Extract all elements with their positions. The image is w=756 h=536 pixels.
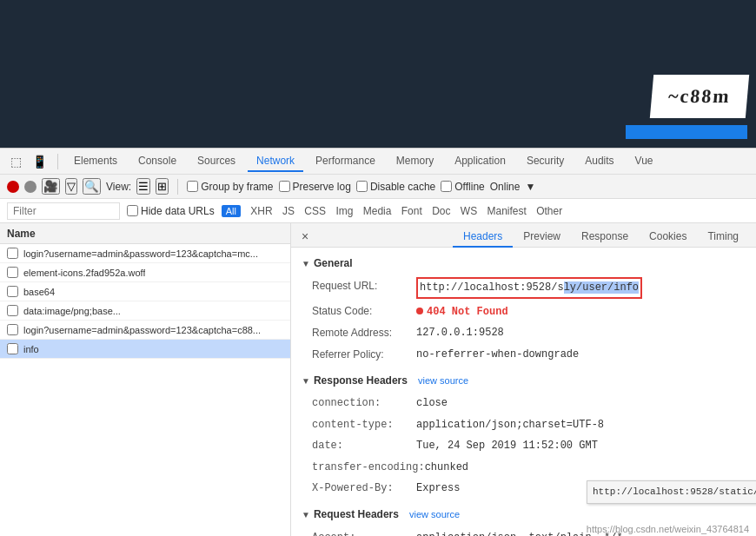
list-item[interactable]: data:image/png;base...	[0, 301, 290, 321]
filter-media[interactable]: Media	[363, 205, 392, 217]
filter-js[interactable]: JS	[282, 205, 295, 217]
filter-input[interactable]	[7, 202, 120, 220]
tab-memory[interactable]: Memory	[388, 151, 442, 172]
disable-cache-label: Disable cache	[370, 181, 435, 193]
status-dot	[416, 308, 423, 314]
request-headers-section-header[interactable]: ▼ Request Headers view source	[302, 506, 746, 523]
clear-button[interactable]	[24, 181, 36, 193]
disable-cache-checkbox[interactable]: Disable cache	[356, 181, 435, 193]
preserve-log-label: Preserve log	[293, 181, 351, 193]
search-icon[interactable]: 🔍	[83, 178, 101, 195]
response-date-row: date: Tue, 24 Sep 2019 11:52:00 GMT	[302, 435, 746, 456]
offline-label: Offline	[454, 181, 484, 193]
request-accept-row: Accept: application/json, text/plain, */…	[302, 527, 746, 536]
item-checkbox-2[interactable]	[7, 286, 18, 297]
close-details-button[interactable]: ×	[298, 229, 312, 243]
record-button[interactable]	[7, 181, 19, 193]
request-view-source[interactable]: view source	[409, 506, 460, 523]
tab-elements[interactable]: Elements	[65, 151, 126, 172]
tab-security[interactable]: Security	[518, 151, 573, 172]
network-list-header: Name	[0, 223, 290, 244]
online-label: Online	[490, 181, 521, 193]
tab-audits[interactable]: Audits	[576, 151, 622, 172]
item-checkbox-5[interactable]	[7, 343, 18, 354]
triangle-icon: ▼	[302, 256, 310, 271]
preserve-log-checkbox[interactable]: Preserve log	[279, 181, 351, 193]
url-tooltip: http://localhost:9528/static/fonts/eleme…	[587, 480, 756, 504]
list-view-icon[interactable]: ☰	[136, 178, 150, 195]
response-headers-section-header[interactable]: ▼ Response Headers view source	[302, 372, 746, 389]
filter-css[interactable]: CSS	[304, 205, 326, 217]
list-item-selected[interactable]: info	[0, 340, 290, 359]
group-frame-checkbox[interactable]: Group by frame	[187, 181, 273, 193]
throttle-icon[interactable]: ▼	[525, 181, 535, 193]
general-section-header[interactable]: ▼ General	[302, 255, 746, 272]
status-code-label: Status Code:	[312, 302, 416, 320]
network-list: Name login?username=admin&password=123&c…	[0, 223, 291, 536]
item-checkbox-4[interactable]	[7, 324, 18, 335]
list-item[interactable]: base64	[0, 282, 290, 301]
network-list-items: login?username=admin&password=123&captch…	[0, 244, 290, 536]
hide-data-urls-label: Hide data URLs	[141, 205, 215, 217]
preserve-log-input[interactable]	[279, 181, 290, 192]
item-text-4: login?username=admin&password=123&captch…	[23, 325, 261, 335]
disable-cache-input[interactable]	[356, 181, 368, 192]
tab-response[interactable]: Response	[571, 227, 639, 248]
submit-button[interactable]	[626, 125, 747, 139]
connection-label: connection:	[312, 394, 416, 412]
tab-vue[interactable]: Vue	[627, 151, 662, 172]
tab-sources[interactable]: Sources	[189, 151, 244, 172]
device-icon[interactable]: 📱	[29, 153, 50, 170]
inspect-icon[interactable]: ⬚	[7, 153, 25, 170]
details-tabbar: × Headers Preview Response Cookies Timin…	[291, 223, 756, 248]
response-view-source[interactable]: view source	[418, 373, 468, 389]
remote-address-value: 127.0.0.1:9528	[416, 324, 504, 341]
offline-input[interactable]	[441, 181, 452, 192]
filter-img[interactable]: Img	[335, 205, 353, 217]
status-code-row: Status Code: 404 Not Found	[302, 301, 746, 322]
tab-preview[interactable]: Preview	[513, 227, 571, 248]
offline-checkbox[interactable]: Offline	[441, 181, 484, 193]
hide-data-urls-checkbox[interactable]: Hide data URLs	[127, 205, 215, 217]
filter-doc[interactable]: Doc	[432, 205, 450, 217]
filter-all-button[interactable]: All	[222, 205, 241, 217]
content-type-label: content-type:	[312, 416, 416, 433]
hide-data-urls-input[interactable]	[127, 205, 138, 216]
response-content-type-row: content-type: application/json;charset=U…	[302, 414, 746, 435]
camera-icon[interactable]: 🎥	[42, 178, 60, 195]
filter-xhr[interactable]: XHR	[250, 205, 272, 217]
filter-other[interactable]: Other	[536, 205, 562, 217]
tab-network[interactable]: Network	[248, 151, 303, 172]
captcha-area: ~c88m	[626, 75, 747, 139]
item-text-0: login?username=admin&password=123&captch…	[23, 248, 258, 259]
accept-value: application/json, text/plain, */*	[416, 529, 623, 536]
tab-application[interactable]: Application	[446, 151, 514, 172]
list-item[interactable]: login?username=admin&password=123&captch…	[0, 321, 290, 340]
x-powered-by-label: X-Powered-By:	[312, 480, 416, 497]
item-checkbox-0[interactable]	[7, 248, 18, 259]
item-checkbox-1[interactable]	[7, 267, 18, 278]
list-item[interactable]: element-icons.2fad952a.woff	[0, 263, 290, 282]
tab-headers[interactable]: Headers	[453, 227, 513, 248]
response-triangle-icon: ▼	[302, 374, 310, 388]
filter-manifest[interactable]: Manifest	[487, 205, 527, 217]
general-section-label: General	[314, 255, 353, 272]
tab-console[interactable]: Console	[129, 151, 185, 172]
item-checkbox-3[interactable]	[7, 305, 18, 316]
view-label: View:	[106, 181, 131, 193]
large-view-icon[interactable]: ⊞	[156, 178, 169, 195]
request-url-value: http://localhost:9528/sly/user/info	[416, 277, 642, 298]
list-item[interactable]: login?username=admin&password=123&captch…	[0, 244, 290, 263]
group-frame-input[interactable]	[187, 181, 198, 192]
request-url-label: Request URL:	[312, 277, 416, 294]
filter-font[interactable]: Font	[401, 205, 422, 217]
filter-ws[interactable]: WS	[461, 205, 477, 217]
tab-timing[interactable]: Timing	[697, 227, 749, 248]
filter-icon[interactable]: ▽	[65, 178, 77, 195]
date-value: Tue, 24 Sep 2019 11:52:00 GMT	[416, 437, 598, 454]
accept-label: Accept:	[312, 529, 416, 536]
url-prefix: http://localhost:9528/s	[420, 281, 564, 294]
request-url-row: Request URL: http://localhost:9528/sly/u…	[302, 275, 746, 300]
tab-cookies[interactable]: Cookies	[639, 227, 697, 248]
tab-performance[interactable]: Performance	[307, 151, 384, 172]
